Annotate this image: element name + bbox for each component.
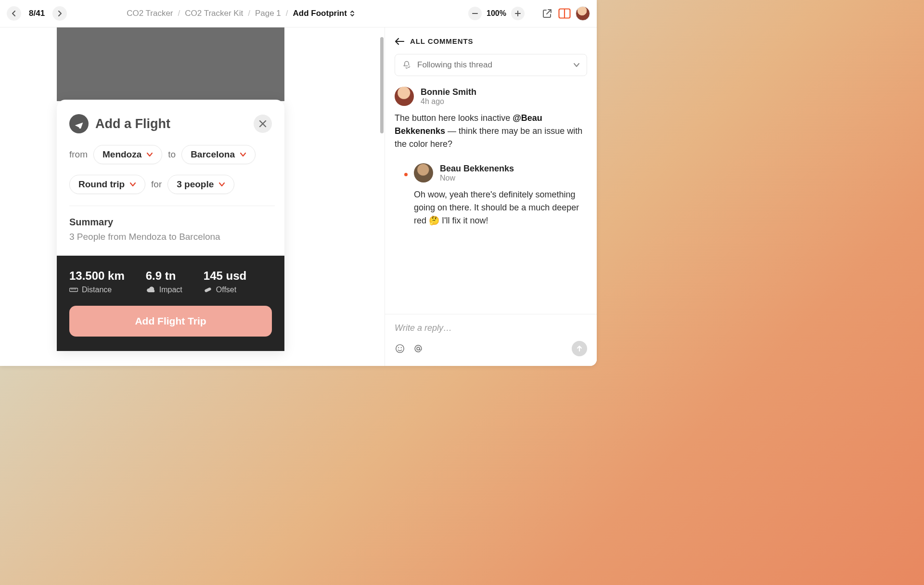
options-row: Round trip for 3 people bbox=[57, 172, 284, 197]
comments-title: ALL COMMENTS bbox=[410, 37, 473, 45]
updown-icon bbox=[350, 10, 355, 17]
comment-thread: Bonnie Smith 4h ago The button here look… bbox=[385, 76, 597, 314]
summary: Summary 3 People from Mendoza to Barcelo… bbox=[57, 206, 284, 256]
stats-row: 13.500 km Distance 6.9 tn Impact bbox=[69, 269, 272, 294]
topbar: 8/41 CO2 Tracker / CO2 Tracker Kit / Pag… bbox=[0, 0, 597, 27]
mention-button[interactable] bbox=[413, 343, 424, 354]
comment-avatar[interactable] bbox=[395, 87, 414, 106]
toggle-comments-button[interactable] bbox=[558, 7, 571, 20]
stat-offset: 145 usd Offset bbox=[204, 269, 246, 294]
zoom-level: 100% bbox=[487, 9, 506, 18]
at-icon bbox=[413, 343, 424, 354]
to-value: Barcelona bbox=[191, 149, 235, 160]
svg-rect-2 bbox=[70, 288, 78, 292]
comments-header: ALL COMMENTS bbox=[385, 27, 597, 50]
breadcrumb-sep: / bbox=[286, 9, 288, 18]
cloud-icon bbox=[146, 286, 155, 293]
close-button[interactable] bbox=[254, 115, 272, 133]
breadcrumb-item[interactable]: CO2 Tracker Kit bbox=[185, 9, 243, 18]
send-button[interactable] bbox=[572, 341, 587, 356]
flight-card-title: Add a Flight bbox=[95, 117, 247, 131]
reply-tools bbox=[395, 341, 587, 356]
comment-text: The button here looks inactive bbox=[395, 113, 513, 123]
chevron-right-icon bbox=[57, 11, 62, 16]
from-select[interactable]: Mendoza bbox=[93, 145, 162, 164]
comment-author: Beau Bekkenenks bbox=[440, 164, 514, 174]
close-icon bbox=[259, 120, 267, 128]
zoom-out-button[interactable] bbox=[468, 7, 482, 20]
svg-rect-3 bbox=[204, 287, 211, 292]
breadcrumb-current[interactable]: Add Footprint bbox=[293, 9, 355, 18]
follow-thread-select[interactable]: Following this thread bbox=[395, 54, 587, 76]
chevron-left-icon bbox=[12, 11, 16, 16]
route-row: from Mendoza to Barcelona bbox=[57, 142, 284, 167]
ruler-icon bbox=[69, 287, 78, 293]
plane-badge bbox=[69, 114, 89, 133]
offset-label: Offset bbox=[216, 286, 236, 294]
external-link-icon bbox=[542, 8, 552, 19]
trip-type-value: Round trip bbox=[78, 179, 125, 190]
user-avatar[interactable] bbox=[576, 6, 590, 21]
offset-value: 145 usd bbox=[204, 269, 246, 283]
reply-box: Write a reply… bbox=[385, 314, 597, 366]
chevron-down-icon bbox=[129, 182, 136, 187]
comment-avatar[interactable] bbox=[414, 163, 433, 182]
stat-distance: 13.500 km Distance bbox=[69, 269, 125, 294]
minus-icon bbox=[472, 11, 478, 16]
flight-card-header: Add a Flight bbox=[57, 100, 284, 142]
comment-author: Bonnie Smith bbox=[421, 87, 476, 97]
reply-input[interactable]: Write a reply… bbox=[395, 323, 587, 333]
next-page-button[interactable] bbox=[52, 6, 67, 21]
comment-time: Now bbox=[440, 174, 514, 182]
open-external-button[interactable] bbox=[541, 7, 553, 20]
distance-label: Distance bbox=[82, 286, 112, 294]
breadcrumb: CO2 Tracker / CO2 Tracker Kit / Page 1 /… bbox=[127, 9, 355, 18]
comment-time: 4h ago bbox=[421, 97, 476, 106]
prev-page-button[interactable] bbox=[7, 6, 21, 21]
people-select[interactable]: 3 people bbox=[167, 175, 234, 194]
trip-type-select[interactable]: Round trip bbox=[69, 175, 145, 194]
app-body: Add a Flight from Mendoza to Barcelona bbox=[0, 27, 597, 366]
chevron-down-icon bbox=[146, 152, 153, 157]
comment-item: Bonnie Smith 4h ago The button here look… bbox=[395, 87, 587, 227]
summary-text: 3 People from Mendoza to Barcelona bbox=[69, 232, 272, 242]
svg-point-7 bbox=[401, 347, 402, 348]
breadcrumb-item[interactable]: CO2 Tracker bbox=[127, 9, 173, 18]
bell-check-icon bbox=[402, 60, 411, 70]
comment-body: Oh wow, yeah there's definitely somethin… bbox=[414, 188, 587, 227]
stat-impact: 6.9 tn Impact bbox=[146, 269, 182, 294]
svg-point-5 bbox=[396, 345, 404, 353]
page-counter: 8/41 bbox=[29, 9, 45, 18]
flight-stats: 13.500 km Distance 6.9 tn Impact bbox=[57, 256, 284, 351]
comment-reply: Beau Bekkenenks Now Oh wow, yeah there's… bbox=[407, 163, 587, 227]
chevron-down-icon bbox=[218, 182, 225, 187]
breadcrumb-sep: / bbox=[178, 9, 180, 18]
zoom-in-button[interactable] bbox=[511, 7, 525, 20]
artboard-backdrop bbox=[57, 27, 284, 101]
to-select[interactable]: Barcelona bbox=[181, 145, 256, 164]
chevron-down-icon bbox=[573, 63, 580, 67]
back-button[interactable] bbox=[395, 38, 404, 45]
svg-point-6 bbox=[398, 347, 399, 348]
add-flight-button[interactable]: Add Flight Trip bbox=[69, 306, 272, 337]
arrow-left-icon bbox=[395, 38, 404, 45]
comment-body: The button here looks inactive @Beau Bek… bbox=[395, 112, 587, 151]
smile-icon bbox=[395, 343, 405, 354]
breadcrumb-sep: / bbox=[248, 9, 250, 18]
emoji-button[interactable] bbox=[395, 343, 405, 354]
breadcrumb-item[interactable]: Page 1 bbox=[255, 9, 281, 18]
bandage-icon bbox=[204, 286, 212, 293]
from-label: from bbox=[69, 149, 88, 160]
impact-value: 6.9 tn bbox=[146, 269, 182, 283]
plus-icon bbox=[515, 11, 521, 16]
canvas[interactable]: Add a Flight from Mendoza to Barcelona bbox=[0, 27, 385, 366]
for-label: for bbox=[151, 179, 162, 190]
svg-point-8 bbox=[417, 347, 420, 350]
comment-meta: Beau Bekkenenks Now bbox=[414, 163, 587, 182]
unread-dot-icon bbox=[404, 173, 408, 176]
scrollbar[interactable] bbox=[380, 37, 384, 133]
summary-title: Summary bbox=[69, 217, 272, 228]
breadcrumb-current-label: Add Footprint bbox=[293, 9, 347, 18]
distance-value: 13.500 km bbox=[69, 269, 125, 283]
sidepanel-icon bbox=[558, 8, 571, 19]
